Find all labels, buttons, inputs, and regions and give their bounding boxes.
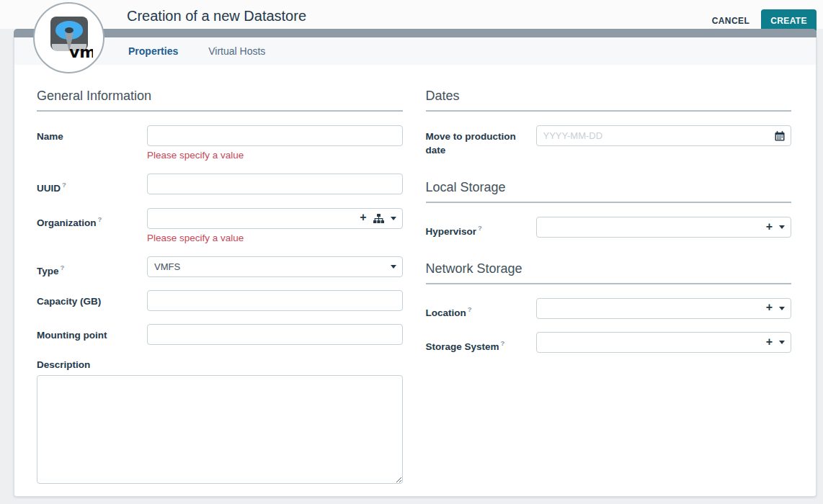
form-row-production-date: Move to production date: [426, 125, 792, 157]
caret-down-icon[interactable]: [779, 341, 785, 344]
sitemap-icon[interactable]: [373, 214, 384, 223]
description-label: Description: [37, 358, 403, 372]
production-date-input[interactable]: [536, 125, 792, 146]
location-input[interactable]: [536, 298, 792, 319]
calendar-icon[interactable]: [775, 131, 785, 141]
help-indicator: ?: [478, 224, 482, 232]
name-label: Name: [37, 125, 147, 143]
header-accent-bar: [14, 29, 817, 37]
type-selected-value: VMFS: [154, 261, 180, 272]
section-local-storage: Local Storage Hypervisor? +: [426, 180, 792, 238]
tab-virtual-hosts[interactable]: Virtual Hosts: [208, 45, 265, 57]
datastore-drive-icon: vm: [45, 16, 93, 60]
location-label: Location?: [426, 298, 536, 320]
form-row-organization: Organization? +: [37, 208, 403, 243]
production-date-label: Move to production date: [426, 125, 536, 157]
section-dates: Dates Move to production date: [426, 89, 792, 157]
capacity-label: Capacity (GB): [37, 290, 147, 308]
caret-down-icon[interactable]: [779, 307, 785, 310]
caret-down-icon[interactable]: [391, 217, 396, 220]
form-row-type: Type? VMFS: [37, 256, 403, 278]
form-row-storage-system: Storage System? +: [426, 332, 792, 354]
tab-properties[interactable]: Properties: [128, 45, 178, 57]
section-general-information: General Information Name Please specify …: [37, 89, 403, 487]
form-panel: Properties Virtual Hosts General Informa…: [14, 37, 817, 497]
cancel-button[interactable]: CANCEL: [711, 12, 751, 30]
name-input[interactable]: [147, 125, 403, 146]
type-select[interactable]: VMFS: [147, 256, 403, 277]
uuid-input[interactable]: [147, 174, 403, 194]
capacity-input[interactable]: [147, 290, 403, 311]
help-indicator: ?: [501, 339, 505, 347]
section-heading: Local Storage: [426, 180, 792, 203]
tabs-bar: Properties Virtual Hosts: [14, 37, 816, 65]
form-content: General Information Name Please specify …: [14, 65, 816, 487]
storage-system-label: Storage System?: [426, 332, 536, 354]
form-row-uuid: UUID?: [37, 174, 403, 195]
datastore-creation-page: Creation of a new Datastore CANCEL CREAT…: [0, 0, 823, 504]
right-column: Dates Move to production date: [426, 89, 792, 487]
name-error-message: Please specify a value: [147, 150, 403, 161]
caret-down-icon[interactable]: [391, 265, 396, 269]
help-indicator: ?: [468, 305, 472, 313]
section-heading: Dates: [426, 89, 792, 112]
storage-system-input[interactable]: [536, 332, 792, 353]
type-label: Type?: [37, 256, 147, 278]
add-icon[interactable]: +: [766, 302, 773, 313]
organization-error-message: Please specify a value: [147, 233, 403, 243]
mounting-point-label: Mounting point: [37, 324, 147, 342]
datastore-logo: vm: [33, 2, 104, 73]
description-textarea[interactable]: [37, 375, 403, 484]
add-icon[interactable]: +: [360, 212, 366, 223]
help-indicator: ?: [62, 181, 66, 189]
help-indicator: ?: [61, 264, 65, 271]
hypervisor-input[interactable]: [536, 217, 792, 238]
caret-down-icon[interactable]: [779, 225, 785, 229]
form-row-description: Description: [37, 358, 403, 487]
section-network-storage: Network Storage Location? +: [426, 261, 792, 354]
top-header: Creation of a new Datastore CANCEL CREAT…: [0, 0, 823, 29]
logo-vm-text: vm: [69, 43, 93, 60]
form-row-capacity: Capacity (GB): [37, 290, 403, 311]
form-row-location: Location? +: [426, 298, 792, 320]
section-heading: General Information: [37, 89, 403, 112]
add-icon[interactable]: +: [766, 336, 773, 348]
section-heading: Network Storage: [426, 261, 792, 284]
form-row-hypervisor: Hypervisor? +: [426, 217, 792, 238]
help-indicator: ?: [98, 215, 102, 223]
uuid-label: UUID?: [37, 174, 147, 195]
mounting-point-input[interactable]: [147, 324, 403, 345]
add-icon[interactable]: +: [766, 221, 773, 233]
hypervisor-label: Hypervisor?: [426, 217, 536, 238]
left-column: General Information Name Please specify …: [37, 89, 403, 487]
organization-label: Organization?: [37, 208, 147, 230]
page-title: Creation of a new Datastore: [127, 8, 306, 24]
form-row-name: Name Please specify a value: [37, 125, 403, 161]
form-row-mounting-point: Mounting point: [37, 324, 403, 345]
